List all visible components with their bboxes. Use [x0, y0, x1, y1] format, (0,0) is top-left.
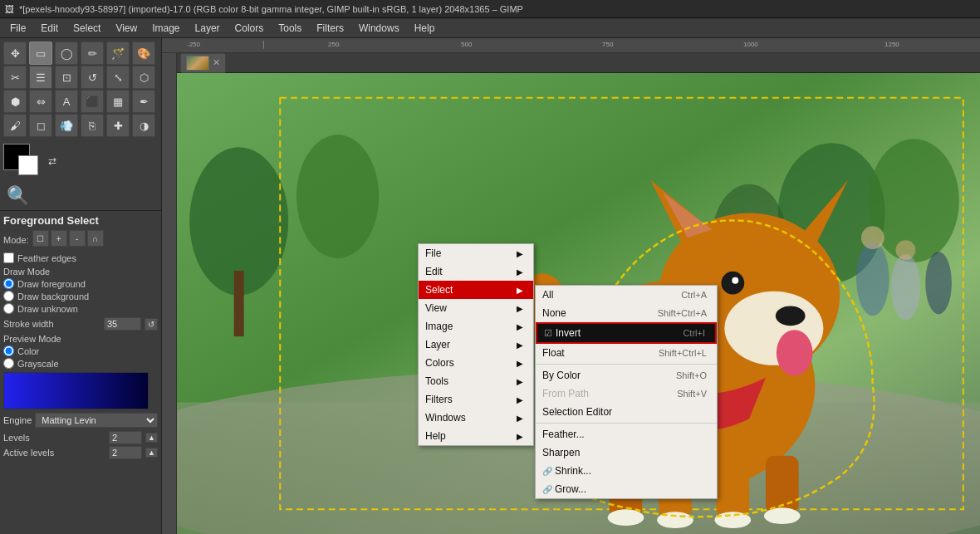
ctx-invert[interactable]: ☑ Invert Ctrl+I: [536, 322, 717, 344]
color-label: Color: [17, 346, 39, 356]
ctx-all[interactable]: All Ctrl+A: [536, 286, 717, 304]
tool-heal[interactable]: ✚: [106, 114, 130, 137]
canvas-area[interactable]: -250 │ 250 500 750 1000 1250 1500 ✕: [162, 38, 980, 534]
grayscale-option: Grayscale: [3, 358, 158, 369]
menu-select[interactable]: Select: [66, 21, 107, 36]
draw-fg-radio[interactable]: [3, 278, 14, 289]
tool-move[interactable]: ✥: [3, 42, 27, 65]
mode-replace[interactable]: ☐: [32, 230, 49, 247]
tool-pencil[interactable]: ✒: [132, 90, 155, 113]
tool-perspective[interactable]: ⬢: [3, 90, 27, 113]
tool-shear[interactable]: ⬡: [132, 66, 155, 89]
ctx-filters[interactable]: Filters ▶: [419, 390, 533, 409]
tool-fuzzy-select[interactable]: 🪄: [106, 42, 130, 65]
canvas-inner[interactable]: File ▶ Edit ▶ Select ▶ View: [177, 73, 980, 534]
grayscale-radio[interactable]: [3, 358, 14, 369]
mode-add[interactable]: +: [51, 230, 67, 247]
tool-dodge[interactable]: ◑: [132, 114, 155, 137]
tool-rect-select[interactable]: ▭: [29, 42, 52, 65]
canvas-content[interactable]: ✕: [177, 53, 980, 534]
color-radio[interactable]: [3, 345, 14, 356]
ctx-selection-editor[interactable]: Selection Editor: [536, 403, 717, 421]
ctx-edit[interactable]: Edit ▶: [419, 262, 533, 281]
active-levels-spin-up[interactable]: ▲: [145, 448, 158, 458]
menu-image[interactable]: Image: [145, 21, 186, 36]
svg-point-13: [925, 252, 952, 314]
color-option: Color: [3, 345, 158, 356]
ctx-tools[interactable]: Tools ▶: [419, 372, 533, 390]
ctx-view[interactable]: View ▶: [419, 299, 533, 317]
ctx-file[interactable]: File ▶: [419, 244, 533, 262]
grayscale-label: Grayscale: [17, 359, 59, 369]
levels-input[interactable]: [109, 431, 142, 444]
ctx-sep2: [536, 423, 717, 424]
zoom-tool[interactable]: 🔍: [0, 182, 161, 210]
svg-point-21: [732, 277, 738, 284]
ctx-help[interactable]: Help ▶: [419, 427, 533, 445]
image-tab-close-icon[interactable]: ✕: [213, 58, 220, 67]
menu-filters[interactable]: Filters: [310, 21, 350, 36]
tool-flip[interactable]: ⇔: [29, 90, 52, 113]
ctx-float[interactable]: Float Shift+Ctrl+L: [536, 344, 717, 362]
tool-scale[interactable]: ⤡: [106, 66, 130, 89]
menu-windows[interactable]: Windows: [352, 21, 406, 36]
draw-unknown-radio[interactable]: [3, 303, 14, 314]
tool-eraser[interactable]: ◻: [29, 114, 52, 137]
ctx-none[interactable]: None Shift+Ctrl+A: [536, 304, 717, 322]
ctx-windows[interactable]: Windows ▶: [419, 409, 533, 427]
menu-file[interactable]: File: [3, 21, 32, 36]
svg-point-9: [856, 242, 889, 316]
ctx-float-label: Float: [542, 347, 565, 359]
ctx-layer-label: Layer: [425, 339, 450, 350]
menu-layer[interactable]: Layer: [189, 21, 227, 36]
stroke-width-input[interactable]: [104, 317, 141, 331]
feather-edges-checkbox[interactable]: [3, 252, 14, 263]
menubar: File Edit Select View Image Layer Colors…: [0, 18, 980, 38]
menu-help[interactable]: Help: [408, 21, 442, 36]
tool-free-select[interactable]: ✏: [81, 42, 104, 65]
ctx-layer[interactable]: Layer ▶: [419, 336, 533, 354]
draw-mode-label: Draw Mode: [3, 267, 158, 277]
draw-bg-option: Draw background: [3, 291, 158, 301]
ctx-by-color[interactable]: By Color Shift+O: [536, 366, 717, 385]
tool-gradient[interactable]: ▦: [106, 90, 130, 113]
active-levels-input[interactable]: [109, 446, 142, 459]
tool-clone[interactable]: ⎘: [81, 114, 104, 137]
mode-subtract[interactable]: -: [69, 230, 86, 247]
stroke-reset-btn[interactable]: ↺: [145, 318, 158, 331]
ctx-shrink[interactable]: 🔗 Shrink...: [536, 462, 717, 480]
tool-crop[interactable]: ⊡: [55, 66, 78, 89]
tool-fg-select[interactable]: ☰: [29, 66, 52, 89]
ctx-image[interactable]: Image ▶: [419, 317, 533, 336]
draw-bg-radio[interactable]: [3, 291, 14, 301]
levels-spin-up[interactable]: ▲: [145, 433, 158, 443]
ctx-sharpen[interactable]: Sharpen: [536, 443, 717, 462]
menu-edit[interactable]: Edit: [34, 21, 65, 36]
menu-colors[interactable]: Colors: [228, 21, 271, 36]
tool-airbrush[interactable]: 💨: [55, 114, 78, 137]
ctx-by-color-shortcut: Shift+O: [676, 370, 707, 380]
ctx-grow[interactable]: 🔗 Grow...: [536, 480, 717, 498]
background-color[interactable]: [18, 155, 38, 175]
image-tab-thumbnail: [186, 56, 209, 71]
select-submenu: All Ctrl+A None Shift+Ctrl+A ☑ Invert: [535, 285, 718, 499]
tool-rotate[interactable]: ↺: [81, 66, 104, 89]
menu-tools[interactable]: Tools: [272, 21, 308, 36]
ruler-mark-250: 250: [328, 41, 339, 48]
engine-dropdown[interactable]: Matting Levin Matting Global: [35, 413, 158, 428]
tool-text[interactable]: A: [55, 90, 78, 113]
color-swap-icon[interactable]: ⇄: [48, 155, 56, 167]
ctx-select[interactable]: Select ▶: [419, 281, 533, 299]
mode-intersect[interactable]: ∩: [87, 230, 104, 247]
tool-paintbrush[interactable]: 🖌: [3, 114, 27, 137]
ctx-float-shortcut: Shift+Ctrl+L: [659, 348, 707, 358]
ctx-feather[interactable]: Feather...: [536, 425, 717, 443]
menu-view[interactable]: View: [109, 21, 144, 36]
svg-point-19: [776, 306, 806, 326]
tool-ellipse-select[interactable]: ◯: [55, 42, 78, 65]
image-tab[interactable]: ✕: [180, 53, 226, 73]
tool-bucket[interactable]: ⬛: [81, 90, 104, 113]
tool-scissors[interactable]: ✂: [3, 66, 27, 89]
tool-by-color[interactable]: 🎨: [132, 42, 155, 65]
ctx-colors[interactable]: Colors ▶: [419, 354, 533, 372]
